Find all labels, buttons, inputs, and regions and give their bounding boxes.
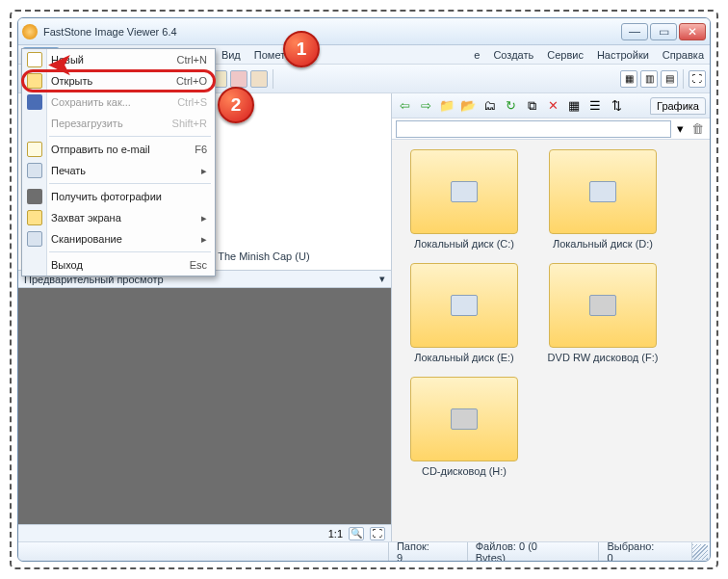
view-icon-2[interactable]: ▥ — [640, 70, 658, 88]
minimize-button[interactable]: — — [621, 23, 648, 40]
menu-email[interactable]: Отправить по e-mailF6 — [22, 139, 215, 160]
status-folders: Папок: 9 — [389, 542, 468, 561]
maximize-button[interactable]: ▭ — [650, 23, 677, 40]
menu-reload[interactable]: ПерезагрузитьShift+R — [22, 113, 215, 134]
zoom-icon[interactable]: 🔍 — [349, 527, 364, 540]
ratio-label: 1:1 — [328, 528, 343, 540]
file-menu-dropdown: НовыйCtrl+N ОткрытьCtrl+O Сохранить как.… — [21, 48, 216, 276]
save-icon — [27, 94, 42, 110]
cd-icon — [451, 408, 478, 430]
menu-print[interactable]: Печать▸ — [22, 160, 215, 181]
refresh-icon[interactable]: ↻ — [502, 97, 519, 115]
drive-icon — [589, 181, 616, 202]
dvd-icon — [589, 295, 616, 316]
grid-icon[interactable]: ▦ — [565, 97, 583, 115]
expand-icon[interactable]: ⛶ — [370, 527, 385, 540]
thumbnail-grid[interactable]: Локальный диск (C:) Локальный диск (D:) … — [392, 140, 710, 541]
callout-1: 1 — [283, 31, 320, 67]
drive-item[interactable]: CD-дисковод (H:) — [402, 377, 527, 477]
menu-service[interactable]: Сервис — [541, 47, 589, 63]
folder-new-icon[interactable]: 🗂 — [481, 97, 498, 115]
menu-scan[interactable]: Сканирование▸ — [22, 228, 215, 250]
copy-icon[interactable]: ⧉ — [523, 97, 540, 115]
mail-icon — [27, 142, 42, 157]
back-icon[interactable]: ⇦ — [396, 97, 413, 115]
preview-status-bar: 1:1 🔍 ⛶ — [18, 524, 391, 541]
status-files: Файлов: 0 (0 Bytes) — [468, 542, 600, 561]
menu-save-as[interactable]: Сохранить как...Ctrl+S — [22, 92, 215, 113]
menu-exit[interactable]: ВыходEsc — [22, 254, 215, 276]
preview-dropdown-icon[interactable]: ▾ — [379, 273, 385, 285]
tool-icon-5[interactable] — [250, 70, 268, 88]
status-bar: Папок: 9 Файлов: 0 (0 Bytes) Выбрано: 0 — [18, 541, 710, 561]
callout-2: 2 — [218, 87, 254, 123]
tab-graphics[interactable]: Графика — [650, 97, 706, 115]
new-icon — [27, 52, 42, 67]
drive-item[interactable]: Локальный диск (C:) — [402, 149, 527, 250]
nav-toolbar: ⇦ ⇨ 📁 📂 🗂 ↻ ⧉ ✕ ▦ ☰ ⇅ Графика — [392, 93, 710, 118]
list-icon[interactable]: ☰ — [586, 97, 604, 115]
drive-icon — [451, 295, 478, 316]
view-icon-1[interactable]: ▦ — [620, 70, 637, 88]
window-title: FastStone Image Viewer 6.4 — [43, 26, 621, 38]
fullscreen-icon[interactable]: ⛶ — [689, 70, 706, 88]
scan-icon — [27, 231, 42, 247]
app-icon — [22, 24, 38, 39]
forward-icon[interactable]: ⇨ — [417, 97, 434, 115]
drive-item[interactable]: Локальный диск (D:) — [540, 149, 665, 250]
sort-icon[interactable]: ⇅ — [608, 97, 625, 115]
tool-icon-4[interactable] — [230, 70, 247, 88]
drive-icon — [451, 181, 478, 202]
view-icon-3[interactable]: ▤ — [661, 70, 678, 88]
trash-icon[interactable]: 🗑 — [689, 120, 706, 138]
menu-frag[interactable]: е — [468, 47, 485, 63]
folder-fav-icon[interactable]: 📂 — [459, 97, 477, 115]
delete-icon[interactable]: ✕ — [544, 97, 561, 115]
right-pane: ⇦ ⇨ 📁 📂 🗂 ↻ ⧉ ✕ ▦ ☰ ⇅ Графика ▾ 🗑 Локаль… — [392, 93, 710, 541]
drive-item[interactable]: Локальный диск (E:) — [402, 263, 527, 363]
status-selected: Выбрано: 0 — [599, 542, 692, 561]
addr-dropdown-icon[interactable]: ▾ — [671, 120, 689, 138]
menu-settings[interactable]: Настройки — [591, 47, 655, 63]
menu-create[interactable]: Создать — [487, 47, 539, 63]
menu-help[interactable]: Справка — [657, 47, 710, 63]
address-input[interactable] — [396, 120, 671, 138]
folder-up-icon[interactable]: 📁 — [438, 97, 455, 115]
menu-view[interactable]: Вид — [216, 47, 247, 63]
capture-icon — [27, 210, 42, 225]
title-bar: FastStone Image Viewer 6.4 — ▭ ✕ — [18, 18, 710, 45]
camera-icon — [27, 189, 42, 204]
drive-item[interactable]: DVD RW дисковод (F:) — [540, 263, 665, 363]
close-button[interactable]: ✕ — [679, 23, 706, 40]
menu-get-photos[interactable]: Получить фотографии — [22, 186, 215, 207]
annotation-arrow: ➤ — [48, 47, 72, 81]
preview-area[interactable] — [18, 288, 391, 524]
menu-capture[interactable]: Захват экрана▸ — [22, 207, 215, 228]
resize-grip[interactable] — [692, 544, 708, 560]
address-bar: ▾ 🗑 — [392, 118, 710, 140]
print-icon — [27, 163, 42, 178]
open-icon — [27, 73, 42, 89]
